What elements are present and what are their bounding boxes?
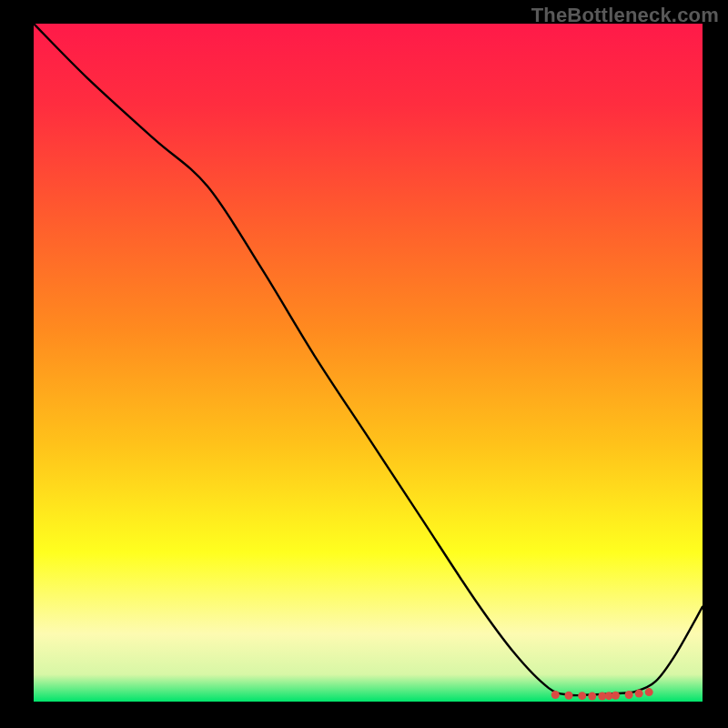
sweet-spot-marker xyxy=(612,692,620,700)
sweet-spot-marker xyxy=(565,692,573,700)
line-chart xyxy=(34,24,703,702)
plot-area xyxy=(34,24,703,702)
sweet-spot-marker xyxy=(645,688,653,696)
chart-frame: TheBottleneck.com xyxy=(0,0,728,728)
sweet-spot-marker xyxy=(551,691,560,699)
sweet-spot-marker xyxy=(625,691,633,699)
watermark-text: TheBottleneck.com xyxy=(531,4,719,27)
sweet-spot-marker xyxy=(635,690,643,698)
sweet-spot-marker xyxy=(588,693,596,701)
gradient-background xyxy=(34,24,703,702)
sweet-spot-marker xyxy=(578,692,586,700)
